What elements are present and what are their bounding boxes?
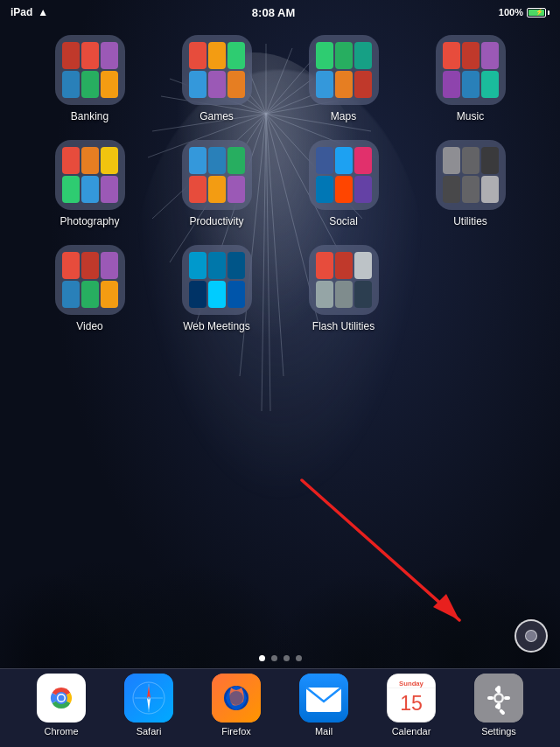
app-flashutilities[interactable]: Flash Utilities [280,245,407,332]
tree-silhouettes [0,493,560,668]
folder-social [309,140,379,210]
dock-label-settings: Settings [481,726,516,737]
folder-mini [462,71,480,98]
folder-mini [62,42,80,69]
folder-mini [101,71,118,98]
folder-productivity [182,140,252,210]
page-dot-1 [259,655,265,661]
dock-label-chrome: Chrome [44,726,78,737]
app-label-maps: Maps [331,110,356,122]
folder-mini [208,281,226,308]
folder-mini [101,147,118,174]
folder-mini [354,252,372,279]
folder-mini [208,176,226,203]
battery-cap [548,10,550,15]
app-video[interactable]: Video [26,245,153,332]
folder-mini [316,176,333,203]
app-icon-games [182,35,252,105]
folder-mini [228,252,245,279]
app-games[interactable]: Games [153,35,280,122]
folder-mini [481,71,499,98]
folder-mini [354,281,372,308]
calendar-icon-svg: Sunday 15 [388,674,435,723]
folder-mini [462,147,480,174]
status-time: 8:08 AM [252,6,295,19]
folder-mini [62,252,80,279]
app-social[interactable]: Social [280,140,407,227]
folder-mini [354,71,372,98]
app-photography[interactable]: Photography [26,140,153,227]
folder-mini [101,281,118,308]
dock-item-mail[interactable]: Mail [299,674,348,737]
app-icon-video [55,245,125,315]
dock-item-firefox[interactable]: Firefox [212,674,261,737]
app-icon-webmeetings [182,245,252,315]
folder-mini [335,176,353,203]
folder-mini [189,252,206,279]
folder-banking [55,35,125,105]
dock-label-firefox: Firefox [221,726,251,737]
folder-mini [208,147,226,174]
assistive-touch-button[interactable] [514,619,548,653]
folder-maps [309,35,379,105]
folder-mini [316,252,333,279]
app-icon-banking [55,35,125,105]
dock-icon-mail [299,674,348,723]
folder-mini [316,147,333,174]
app-icon-social [309,140,379,210]
folder-mini [228,42,245,69]
app-label-utilities: Utilities [453,215,487,227]
dock-item-settings[interactable]: Settings [474,674,523,737]
wifi-icon: ▲ [38,6,48,18]
folder-mini [62,147,80,174]
app-label-flashutilities: Flash Utilities [312,320,374,332]
app-maps[interactable]: Maps [280,35,407,122]
dock-item-chrome[interactable]: Chrome [37,674,86,737]
folder-mini [189,176,206,203]
dock: Chrome Safari [0,668,560,747]
app-label-banking: Banking [71,110,108,122]
mail-icon-svg [299,674,348,723]
app-productivity[interactable]: Productivity [153,140,280,227]
battery-indicator: ⚡ [527,8,550,17]
svg-rect-57 [504,696,510,700]
app-label-photography: Photography [60,215,119,227]
folder-mini [443,71,460,98]
app-banking[interactable]: Banking [26,35,153,122]
app-icon-utilities [436,140,506,210]
folder-mini [62,281,80,308]
folder-mini [228,176,245,203]
battery-bolt: ⚡ [536,9,543,17]
page-dot-2 [271,655,277,661]
folder-music [436,35,506,105]
svg-point-39 [229,691,243,705]
dock-label-calendar: Calendar [392,726,431,737]
page-dot-3 [284,655,290,661]
folder-mini [189,42,206,69]
folder-mini [208,252,226,279]
firefox-icon-svg [212,674,261,723]
app-utilities[interactable]: Utilities [407,140,534,227]
folder-mini [335,147,353,174]
app-label-social: Social [329,215,358,227]
dock-item-calendar[interactable]: Sunday 15 Calendar [387,674,436,737]
app-music[interactable]: Music [407,35,534,122]
dock-item-safari[interactable]: Safari [124,674,173,737]
app-icon-maps [309,35,379,105]
folder-mini [101,176,118,203]
svg-rect-56 [487,696,494,700]
safari-icon-svg [124,674,173,723]
folder-mini [354,42,372,69]
folder-mini [335,252,353,279]
svg-text:15: 15 [400,691,423,714]
folder-mini [81,42,99,69]
folder-mini [81,71,99,98]
app-icon-productivity [182,140,252,210]
app-webmeetings[interactable]: Web Meetings [153,245,280,332]
folder-webmeetings [182,245,252,315]
folder-mini [101,42,118,69]
svg-text:Sunday: Sunday [399,679,424,687]
folder-mini [481,176,499,203]
folder-mini [462,176,480,203]
folder-mini [316,42,333,69]
